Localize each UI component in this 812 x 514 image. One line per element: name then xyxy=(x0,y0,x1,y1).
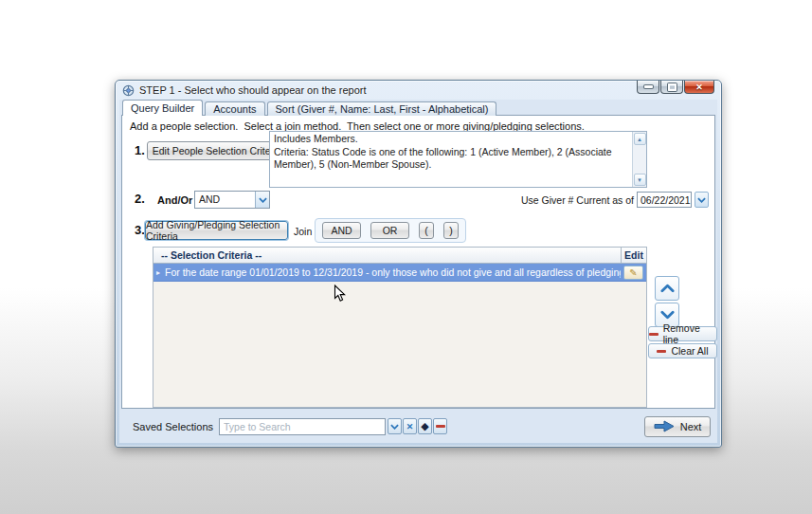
close-paren-button[interactable]: ) xyxy=(443,222,459,239)
move-up-button[interactable] xyxy=(655,276,679,301)
tab-query-builder[interactable]: Query Builder xyxy=(122,100,203,116)
giver-date-field[interactable]: 06/22/2021 xyxy=(637,192,692,208)
query-builder-panel: Add a people selection. Select a join me… xyxy=(121,115,715,409)
giver-date-row: Use Giver # Current as of 06/22/2021 xyxy=(521,192,709,208)
step3-number: 3. xyxy=(135,223,145,237)
title-bar[interactable]: STEP 1 - Select who should appear on the… xyxy=(116,81,721,100)
arrow-right-icon xyxy=(654,420,675,432)
tab-strip: Query Builder Accounts Sort (Giver #, Na… xyxy=(122,100,496,116)
edit-column-header: Edit xyxy=(621,248,646,263)
summary-scrollbar[interactable]: ▲ ▼ xyxy=(632,132,646,187)
pencil-icon: ✎ xyxy=(629,267,637,278)
step2-number: 2. xyxy=(135,192,145,206)
scroll-up-icon[interactable]: ▲ xyxy=(634,133,646,145)
chevron-down-icon xyxy=(660,310,675,320)
saved-selections-tools: ✕ ◆ xyxy=(388,418,447,434)
maximize-icon xyxy=(668,83,677,91)
screenshot-stage: STEP 1 - Select who should appear on the… xyxy=(0,0,812,514)
join-or-button[interactable]: OR xyxy=(370,222,409,239)
join-operator-group: AND OR ( ) xyxy=(315,218,466,243)
join-label: Join xyxy=(294,226,312,237)
row-edit-cell: ✎ xyxy=(621,266,646,280)
dialog-icon xyxy=(122,84,135,97)
join-method-value: AND xyxy=(195,192,255,208)
dialog-client-area: Query Builder Accounts Sort (Giver #, Na… xyxy=(119,100,717,443)
button-label: Edit People Selection Criteria xyxy=(153,145,282,156)
chevron-up-icon xyxy=(660,284,675,293)
window-controls: ✕ xyxy=(637,81,714,94)
minus-icon xyxy=(436,425,445,428)
mouse-cursor xyxy=(334,285,346,303)
window-title: STEP 1 - Select who should appear on the… xyxy=(139,84,367,96)
chevron-down-icon xyxy=(390,424,399,430)
remove-line-button[interactable]: Remove line xyxy=(648,326,717,341)
button-label: Add Giving/Pledging Selection Criteria xyxy=(146,219,287,242)
dialog-footer: Saved Selections ✕ ◆ xyxy=(121,411,715,442)
selection-criteria-grid: -- Selection Criteria -- Edit ▸ For the … xyxy=(153,247,647,408)
people-selection-summary[interactable]: Includes Members. Criteria: Status Code … xyxy=(269,131,647,188)
saved-selections-search-input[interactable] xyxy=(219,418,386,435)
date-dropdown-button[interactable] xyxy=(695,192,709,208)
minus-icon xyxy=(649,333,659,336)
step1-dialog: STEP 1 - Select who should appear on the… xyxy=(115,80,722,448)
button-label: Next xyxy=(680,421,702,432)
next-button[interactable]: Next xyxy=(644,416,711,437)
minimize-button[interactable] xyxy=(637,81,659,94)
giver-date-label: Use Giver # Current as of xyxy=(521,194,634,206)
tab-label: Query Builder xyxy=(131,102,194,114)
clear-all-button[interactable]: Clear All xyxy=(648,343,717,358)
saved-selections-label: Saved Selections xyxy=(133,421,213,432)
minus-icon xyxy=(657,350,666,353)
edit-row-button[interactable]: ✎ xyxy=(623,266,643,280)
button-label: Clear All xyxy=(671,345,708,357)
close-button[interactable]: ✕ xyxy=(684,81,714,94)
tab-label: Sort (Giver #, Name: Last, First - Alpha… xyxy=(276,103,489,115)
diamond-icon: ◆ xyxy=(421,420,428,432)
chevron-down-icon xyxy=(697,197,706,203)
maximize-button[interactable] xyxy=(660,81,683,94)
add-giving-pledging-button[interactable]: Add Giving/Pledging Selection Criteria xyxy=(145,221,288,240)
row-marker-icon: ▸ xyxy=(153,268,165,277)
open-paren-button[interactable]: ( xyxy=(419,222,434,239)
clear-search-button[interactable]: ✕ xyxy=(403,418,417,434)
favorite-button[interactable]: ◆ xyxy=(418,418,432,434)
scroll-down-icon[interactable]: ▼ xyxy=(634,174,646,186)
criteria-row-text: For the date range 01/01/2019 to 12/31/2… xyxy=(165,266,621,278)
minimize-icon xyxy=(644,85,653,88)
join-method-select[interactable]: AND xyxy=(194,191,270,209)
andor-label: And/Or xyxy=(157,194,192,206)
grid-header-row: -- Selection Criteria -- Edit xyxy=(153,248,646,264)
tab-accounts[interactable]: Accounts xyxy=(205,101,264,116)
button-label: Remove line xyxy=(663,322,716,345)
join-and-button[interactable]: AND xyxy=(322,222,361,239)
table-row[interactable]: ▸ For the date range 01/01/2019 to 12/31… xyxy=(153,264,646,282)
selection-criteria-header: -- Selection Criteria -- xyxy=(153,248,621,263)
step1-number: 1. xyxy=(135,143,145,157)
tab-label: Accounts xyxy=(213,103,256,115)
close-icon: ✕ xyxy=(695,83,703,92)
edit-people-selection-button[interactable]: Edit People Selection Criteria xyxy=(147,141,287,160)
tab-sort[interactable]: Sort (Giver #, Name: Last, First - Alpha… xyxy=(267,101,497,116)
x-icon: ✕ xyxy=(406,422,414,431)
chevron-down-icon[interactable] xyxy=(255,192,269,208)
delete-saved-button[interactable] xyxy=(433,418,447,434)
saved-dropdown-button[interactable] xyxy=(388,418,402,434)
